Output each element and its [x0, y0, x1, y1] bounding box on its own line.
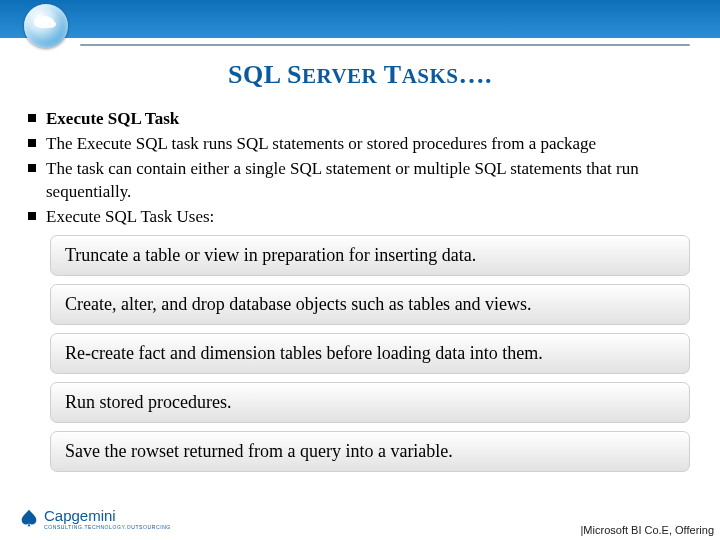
- spade-icon: [18, 508, 40, 530]
- bullet-item: Execute SQL Task Uses:: [28, 206, 708, 229]
- bullet-item: Execute SQL Task: [28, 108, 708, 131]
- header-divider: [80, 44, 690, 46]
- brand-name: Capgemini: [44, 507, 116, 524]
- cloud-badge-icon: [24, 4, 68, 48]
- use-box: Run stored procedures.: [50, 382, 690, 423]
- title-seg-4: ASKS: [402, 64, 459, 88]
- brand-logo: Capgemini CONSULTING.TECHNOLOGY.OUTSOURC…: [18, 507, 171, 530]
- use-box: Create, alter, and drop database objects…: [50, 284, 690, 325]
- title-seg-3: T: [377, 60, 401, 89]
- use-box: Save the rowset returned from a query in…: [50, 431, 690, 472]
- title-seg-5: ….: [459, 60, 493, 89]
- title-seg-2: ERVER: [302, 64, 377, 88]
- bullet-item: The Execute SQL task runs SQL statements…: [28, 133, 708, 156]
- footer-text: |Microsoft BI Co.E, Offering: [581, 524, 714, 536]
- bullet-list: Execute SQL Task The Execute SQL task ru…: [28, 108, 708, 231]
- slide-title: SQL SERVER TASKS….: [0, 60, 720, 90]
- uses-box-list: Truncate a table or view in preparation …: [50, 235, 690, 480]
- use-box: Re-create fact and dimension tables befo…: [50, 333, 690, 374]
- bullet-item: The task can contain either a single SQL…: [28, 158, 708, 204]
- header-bar: [0, 0, 720, 38]
- use-box: Truncate a table or view in preparation …: [50, 235, 690, 276]
- brand-tagline: CONSULTING.TECHNOLOGY.OUTSOURCING: [44, 524, 171, 530]
- title-seg-1: SQL S: [228, 60, 302, 89]
